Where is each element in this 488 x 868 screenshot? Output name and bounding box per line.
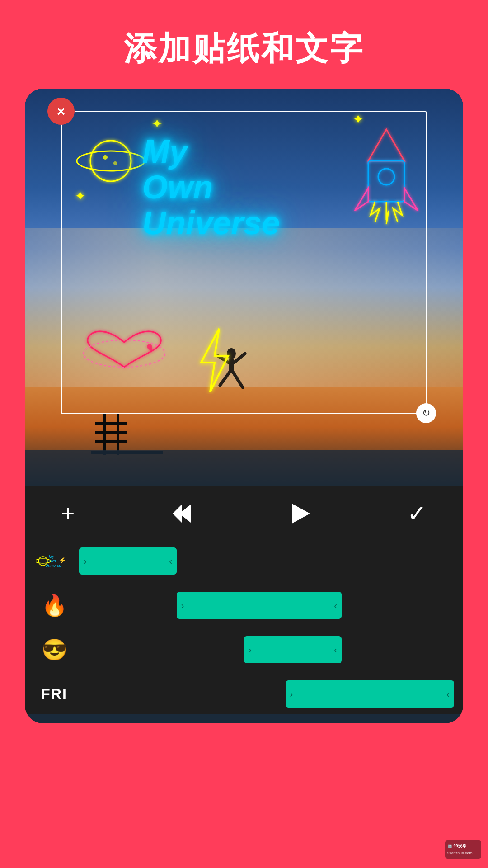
svg-marker-22 (201, 329, 228, 392)
svg-point-21 (84, 340, 165, 367)
block-left-handle[interactable]: › (84, 556, 87, 566)
water-layer (25, 450, 463, 486)
svg-text:🤖 99安卓: 🤖 99安卓 (447, 843, 467, 849)
add-button[interactable]: + (61, 500, 75, 527)
neon-text-line3: Universe (142, 205, 280, 241)
block-left-handle-3[interactable]: › (249, 645, 252, 655)
svg-point-15 (113, 161, 117, 165)
block-right-handle-3[interactable]: ‹ (334, 645, 337, 655)
block-right-handle-4[interactable]: ‹ (446, 689, 450, 699)
svg-text:99anzhuo.com: 99anzhuo.com (447, 851, 473, 855)
sparkle-1: ✦ (151, 116, 163, 132)
timeline-icon-fire: 🔥 (34, 585, 75, 626)
heart-sticker (79, 326, 169, 382)
controls-bar: + ✓ (25, 486, 463, 541)
timeline-icon-sticker: My Own Universe ⚡ (34, 541, 75, 581)
svg-marker-24 (292, 504, 310, 524)
svg-marker-19 (355, 188, 368, 211)
block-left-handle-4[interactable]: › (290, 689, 293, 699)
block-right-handle[interactable]: ‹ (169, 556, 172, 566)
block-right-handle-2[interactable]: ‹ (334, 600, 337, 611)
sparkle-3: ✦ (75, 188, 86, 204)
svg-marker-20 (404, 188, 418, 211)
timeline-row-2: 🔥 › ‹ (25, 585, 463, 626)
timeline-track-2: › ‹ (79, 592, 454, 619)
timeline-block-3[interactable]: › ‹ (244, 636, 342, 663)
timeline-area: My Own Universe ⚡ › ‹ 🔥 › ‹ (25, 541, 463, 714)
svg-point-12 (90, 141, 131, 181)
timeline-track-3: › ‹ (79, 636, 454, 663)
block-left-handle-2[interactable]: › (181, 600, 184, 611)
svg-text:⚡: ⚡ (59, 557, 67, 564)
play-button[interactable] (288, 502, 312, 525)
timeline-track-1: › ‹ (79, 547, 454, 575)
timeline-icon-fri: FRI (34, 674, 75, 714)
svg-point-14 (103, 155, 108, 160)
timeline-icon-cool: 😎 (34, 629, 75, 670)
svg-text:Own: Own (47, 559, 56, 563)
svg-rect-31 (445, 840, 481, 859)
page-title: 添加贴纸和文字 (0, 0, 488, 89)
editor-card: × (25, 89, 463, 723)
lightning-sticker (192, 326, 237, 396)
svg-marker-23 (173, 505, 191, 523)
close-button[interactable]: × (47, 98, 75, 125)
svg-rect-17 (368, 161, 404, 202)
timeline-row-4: FRI › ‹ (25, 674, 463, 714)
svg-text:Universe: Universe (45, 563, 61, 568)
sticker-overlay: ✦ ✦ ✦ My Own Universe (52, 107, 436, 423)
svg-marker-16 (368, 129, 404, 161)
confirm-button[interactable]: ✓ (407, 500, 427, 527)
svg-text:My: My (49, 554, 54, 559)
video-preview: × (25, 89, 463, 486)
timeline-block-4[interactable]: › ‹ (286, 680, 455, 708)
timeline-block-1[interactable]: › ‹ (79, 547, 177, 575)
watermark: 🤖 99安卓 99anzhuo.com (445, 840, 481, 861)
neon-text-line2: Own (142, 170, 280, 205)
timeline-track-4: › ‹ (79, 680, 454, 708)
neon-text-line1: My (142, 134, 280, 170)
rocket-sticker (350, 125, 422, 235)
neon-text-sticker[interactable]: My Own Universe (142, 134, 280, 241)
timeline-row-3: 😎 › ‹ (25, 629, 463, 670)
timeline-block-2[interactable]: › ‹ (177, 592, 342, 619)
rewind-button[interactable] (170, 502, 193, 525)
timeline-row-1: My Own Universe ⚡ › ‹ (25, 541, 463, 581)
svg-point-13 (77, 151, 145, 171)
svg-point-18 (378, 169, 394, 185)
